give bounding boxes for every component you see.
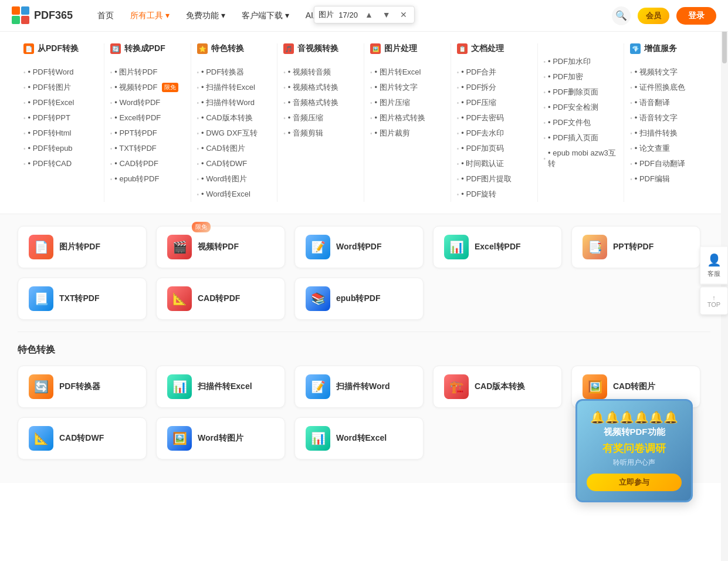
menu-item[interactable]: • 图片格式转换 [370, 110, 445, 126]
menu-item[interactable]: • 图片裁剪 [370, 126, 445, 141]
menu-item[interactable]: • 证件照换底色 [630, 80, 705, 95]
value-label: 增值服务 [644, 43, 677, 54]
menu-item[interactable]: • Word转图片 [197, 171, 272, 187]
tool-word-to-excel[interactable]: 📊 Word转Excel [294, 417, 424, 459]
customer-service-button[interactable]: 👤 客服 [700, 246, 728, 285]
tool-cad-version[interactable]: 🏗️ CAD版本转换 [433, 366, 562, 408]
doc-label: 文档处理 [471, 43, 504, 54]
tool-video-to-pdf[interactable]: 限免 🎬 视频转PDF [156, 226, 285, 268]
menu-item[interactable]: • 图片转文字 [370, 80, 445, 95]
menu-item[interactable]: • PDF旋转 [457, 187, 531, 202]
menu-item[interactable]: • 音频剪辑 [283, 126, 358, 141]
menu-item[interactable]: • Word转Excel [197, 187, 272, 202]
menu-item[interactable]: • PDF转Html [23, 126, 98, 141]
menu-item[interactable]: • PDF合并 [457, 65, 531, 80]
menu-item[interactable]: • PPT转PDF [110, 126, 185, 141]
search-prev-button[interactable]: ▲ [363, 9, 375, 21]
value-icon: 💎 [630, 43, 641, 54]
menu-item[interactable]: • epub转PDF [110, 171, 185, 187]
menu-item[interactable]: • PDF插入页面 [544, 130, 618, 146]
login-button[interactable]: 登录 [676, 7, 716, 25]
promo-title: 视频转PDF功能 [587, 427, 682, 438]
menu-item[interactable]: • 视频转音频 [283, 65, 358, 80]
menu-item[interactable]: • 论文查重 [630, 141, 705, 156]
menu-item[interactable]: • PDF编辑 [630, 171, 705, 187]
tool-word-to-pdf[interactable]: 📝 Word转PDF [294, 226, 424, 268]
menu-item[interactable]: • PDF自动翻译 [630, 156, 705, 171]
vip-button[interactable]: 会员 [638, 8, 669, 24]
menu-item[interactable]: • TXT转PDF [110, 141, 185, 156]
menu-item[interactable]: • CAD转PDF [110, 156, 185, 171]
menu-item[interactable]: • PDF转Excel [23, 95, 98, 110]
menu-item[interactable]: • DWG DXF互转 [197, 126, 272, 141]
menu-item[interactable]: • PDF删除页面 [544, 85, 618, 100]
tool-scan-to-word[interactable]: 📝 扫描件转Word [294, 366, 424, 408]
logo-icon [12, 6, 31, 25]
tool-txt-to-pdf[interactable]: 📃 TXT转PDF [18, 278, 147, 320]
tool-epub-to-pdf[interactable]: 📚 epub转PDF [294, 278, 424, 320]
special-section-label: 特色转换 [18, 344, 710, 356]
nav-free[interactable]: 免费功能 ▾ [179, 7, 232, 25]
menu-item[interactable]: • PDF转PPT [23, 110, 98, 126]
menu-item[interactable]: • PDF拆分 [457, 80, 531, 95]
menu-item[interactable]: • PDF去密码 [457, 110, 531, 126]
search-bar[interactable]: 图片 17/20 ▲ ▼ ✕ [313, 6, 414, 23]
menu-item[interactable]: • PDF图片提取 [457, 171, 531, 187]
menu-item[interactable]: • Excel转PDF [110, 110, 185, 126]
promo-cta-button[interactable]: 立即参与 [587, 474, 682, 483]
nav-download[interactable]: 客户端下载 ▾ [235, 7, 296, 25]
tool-cad-to-dwf[interactable]: 📐 CAD转DWF [18, 417, 147, 459]
menu-item[interactable]: • 扫描件转换 [630, 126, 705, 141]
menu-item[interactable]: • PDF加页码 [457, 141, 531, 156]
scroll-top-button[interactable]: ↑ TOP [700, 287, 728, 315]
menu-item[interactable]: • 音频压缩 [283, 110, 358, 126]
menu-item[interactable]: • PDF去水印 [457, 126, 531, 141]
tool-icon-cad-to-dwf: 📐 [29, 426, 53, 451]
menu-item[interactable]: • 视频格式转换 [283, 80, 358, 95]
tool-cad-to-pdf[interactable]: 📐 CAD转PDF [156, 278, 285, 320]
menu-item[interactable]: • PDF压缩 [457, 95, 531, 110]
menu-item[interactable]: • 图片压缩 [370, 95, 445, 110]
menu-col-special: ⭐ 特色转换 • PDF转换器 • 扫描件转Excel • 扫描件转Word •… [191, 43, 278, 202]
nav-search-button[interactable]: 🔍 [612, 6, 631, 25]
scrollbar-thumb[interactable] [722, 28, 727, 63]
menu-item[interactable]: • 图片转PDF [110, 65, 185, 80]
menu-item[interactable]: • CAD版本转换 [197, 110, 272, 126]
menu-item[interactable]: • 语音翻译 [630, 95, 705, 110]
menu-item[interactable]: • PDF加水印 [544, 54, 618, 69]
menu-item[interactable]: • PDF转换器 [197, 65, 272, 80]
menu-item[interactable]: • PDF文件包 [544, 115, 618, 130]
menu-item[interactable]: • 扫描件转Excel [197, 80, 272, 95]
menu-item[interactable]: • 时间戳认证 [457, 156, 531, 171]
menu-item[interactable]: • 扫描件转Word [197, 95, 272, 110]
tool-excel-to-pdf[interactable]: 📊 Excel转PDF [433, 226, 562, 268]
menu-item[interactable]: • Word转PDF [110, 95, 185, 110]
menu-item[interactable]: • 语音转文字 [630, 110, 705, 126]
menu-item[interactable]: • epub mobi azw3互转 [544, 146, 618, 171]
tool-pdf-converter[interactable]: 🔄 PDF转换器 [18, 366, 147, 408]
tool-scan-to-excel[interactable]: 📊 扫描件转Excel [156, 366, 285, 408]
nav-home[interactable]: 首页 [90, 7, 121, 25]
menu-item[interactable]: • 音频格式转换 [283, 95, 358, 110]
tool-ppt-to-pdf[interactable]: 📑 PPT转PDF [571, 226, 700, 268]
menu-item[interactable]: • CAD转DWF [197, 156, 272, 171]
menu-item[interactable]: • CAD转图片 [197, 141, 272, 156]
logo[interactable]: PDF365 [12, 6, 73, 25]
search-close-button[interactable]: ✕ [398, 9, 409, 21]
tool-icon-cad-version: 🏗️ [444, 374, 469, 399]
menu-item[interactable]: • PDF转epub [23, 141, 98, 156]
search-next-button[interactable]: ▼ [380, 9, 393, 21]
menu-item[interactable]: • 图片转Excel [370, 65, 445, 80]
menu-item[interactable]: • PDF转CAD [23, 156, 98, 171]
tool-word-to-img[interactable]: 🖼️ Word转图片 [156, 417, 285, 459]
menu-item[interactable]: • 视频转文字 [630, 65, 705, 80]
menu-item[interactable]: • PDF加密 [544, 69, 618, 85]
audio-video-icon: 🎵 [283, 43, 294, 54]
menu-item[interactable]: • PDF转Word [23, 65, 98, 80]
nav-all-tools[interactable]: 所有工具 ▾ [123, 7, 177, 25]
tool-img-to-pdf[interactable]: 📄 图片转PDF [18, 226, 147, 268]
menu-item[interactable]: • PDF安全检测 [544, 100, 618, 115]
menu-item[interactable]: • 视频转PDF 限免 [110, 80, 185, 95]
menu-item[interactable]: • PDF转图片 [23, 80, 98, 95]
tool-icon-scan-to-word: 📝 [306, 374, 330, 399]
